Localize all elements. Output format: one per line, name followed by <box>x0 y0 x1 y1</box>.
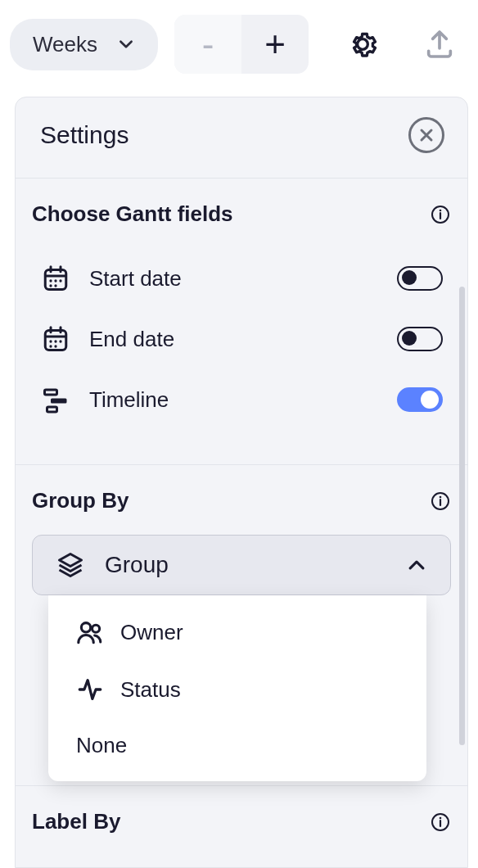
activity-icon <box>76 676 104 703</box>
layers-icon <box>56 550 85 580</box>
info-icon <box>431 812 450 832</box>
option-label: Owner <box>120 620 183 645</box>
info-icon <box>431 205 450 224</box>
group-by-selected-label: Group <box>105 552 169 578</box>
group-by-option-none[interactable]: None <box>48 718 426 773</box>
toggle-end-date[interactable] <box>397 327 443 351</box>
timeline-icon <box>40 384 71 415</box>
field-row-end-date: End date <box>32 309 451 369</box>
chevron-up-icon <box>406 554 427 576</box>
field-label: Start date <box>89 266 379 292</box>
option-label: None <box>76 733 127 758</box>
people-icon <box>76 618 104 646</box>
info-button-label-by[interactable] <box>430 811 451 833</box>
zoom-group: - + <box>174 15 309 74</box>
gear-icon <box>346 28 379 61</box>
section-gantt-fields: Choose Gantt fields Start date End date … <box>16 179 467 440</box>
close-icon <box>418 127 435 143</box>
scrollbar[interactable] <box>459 287 465 745</box>
option-label: Status <box>120 677 181 703</box>
field-row-start-date: Start date <box>32 248 451 309</box>
calendar-icon <box>40 323 71 355</box>
zoom-out-button[interactable]: - <box>174 15 241 74</box>
timescale-select[interactable]: Weeks <box>10 19 158 70</box>
toolbar: Weeks - + <box>0 0 478 88</box>
field-label: End date <box>89 327 379 352</box>
group-by-dropdown: Owner Status None <box>48 595 426 781</box>
zoom-in-button[interactable]: + <box>241 15 309 74</box>
group-by-option-owner[interactable]: Owner <box>48 604 426 661</box>
info-button-gantt-fields[interactable] <box>430 204 451 225</box>
field-label: Timeline <box>89 387 379 413</box>
panel-title: Settings <box>40 121 129 149</box>
upload-icon <box>423 28 456 61</box>
toggle-start-date[interactable] <box>397 266 443 291</box>
settings-button[interactable] <box>340 21 386 67</box>
chevron-down-icon <box>117 35 135 53</box>
calendar-icon <box>40 263 71 294</box>
export-button[interactable] <box>417 21 462 67</box>
settings-panel: Settings Choose Gantt fields Start date … <box>15 97 468 868</box>
group-by-select[interactable]: Group <box>32 535 451 595</box>
close-button[interactable] <box>408 117 444 153</box>
info-button-group-by[interactable] <box>430 491 451 512</box>
section-group-by: Group By Group Owner <box>16 464 467 605</box>
panel-body: Choose Gantt fields Start date End date … <box>16 179 467 868</box>
timescale-label: Weeks <box>33 32 97 57</box>
field-row-timeline: Timeline <box>32 369 451 430</box>
section-label-by: Label By <box>16 785 467 866</box>
group-by-option-status[interactable]: Status <box>48 661 426 718</box>
section-title-group-by: Group By <box>32 488 129 513</box>
section-title-gantt-fields: Choose Gantt fields <box>32 201 233 227</box>
section-title-label-by: Label By <box>32 809 120 834</box>
info-icon <box>431 491 450 511</box>
toggle-timeline[interactable] <box>397 387 443 412</box>
panel-header: Settings <box>16 97 467 179</box>
